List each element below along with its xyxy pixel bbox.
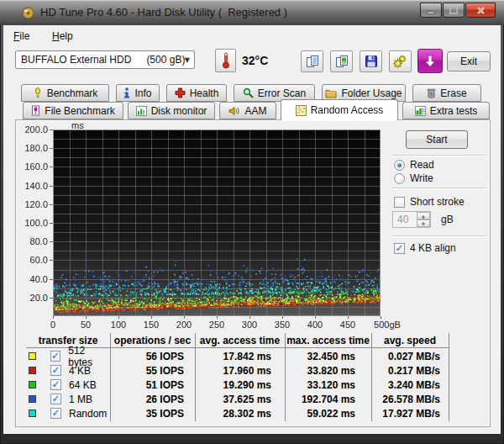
y-tick-mark <box>50 166 53 167</box>
close-icon <box>476 6 486 15</box>
transfer-size-cell: ✓Random <box>26 408 110 420</box>
short-stroke-stepper[interactable]: ▲ ▼ <box>417 212 430 227</box>
short-stroke-unit: gB <box>441 214 454 225</box>
series-checkbox[interactable]: ✓ <box>50 408 61 419</box>
series-checkbox[interactable]: ✓ <box>50 365 61 376</box>
y-tick-label: 20.0 <box>16 293 48 303</box>
max-access-cell: 32.450 ms <box>285 351 371 362</box>
extra-tests-icon <box>415 106 426 116</box>
x-tick-mark <box>381 316 381 319</box>
avg-speed-cell: 0.027 MB/s <box>371 351 449 362</box>
tab-benchmark[interactable]: Benchmark <box>21 84 109 102</box>
copy-image-button[interactable] <box>330 50 353 72</box>
tab-file-benchmark[interactable]: File Benchmark <box>23 102 123 119</box>
ops-cell: 51 IOPS <box>110 379 195 391</box>
avg-access-cell: 17.842 ms <box>195 351 285 362</box>
transfer-size-label: Random <box>69 408 107 420</box>
tab-label: Health <box>190 87 219 99</box>
tab-extra-tests[interactable]: Extra tests <box>402 102 490 119</box>
minimize-button[interactable] <box>420 3 442 18</box>
y-tick-label: 100.0 <box>16 218 48 228</box>
tools-button[interactable] <box>389 50 412 72</box>
y-tick-label: 80.0 <box>16 236 48 246</box>
tab-label: Error Scan <box>258 87 306 99</box>
download-button[interactable] <box>417 49 443 73</box>
read-radio[interactable]: Read <box>394 159 434 171</box>
max-access-cell: 59.022 ms <box>285 408 371 420</box>
tab-health[interactable]: Health <box>166 84 227 102</box>
spin-up-icon[interactable]: ▲ <box>417 212 430 219</box>
tab-label: Extra tests <box>430 105 478 117</box>
write-radio[interactable]: Write <box>394 172 433 184</box>
max-access-cell: 192.704 ms <box>285 394 371 405</box>
tab-label: Info <box>134 87 151 99</box>
close-button[interactable] <box>465 3 496 18</box>
tab-label: Erase <box>440 87 466 99</box>
x-tick-label: 0 <box>34 320 71 330</box>
series-checkbox[interactable]: ✓ <box>50 351 61 362</box>
menu-item-file[interactable]: File <box>8 29 34 44</box>
x-tick-mark <box>118 316 119 319</box>
maximize-icon <box>449 6 458 14</box>
table-row: ✓1 MB26 IOPS37.625 ms192.704 ms26.578 MB… <box>26 392 449 406</box>
temperature-readout: 32°C <box>242 54 268 67</box>
menu-bar: File Help <box>3 25 501 46</box>
ops-cell: 56 IOPS <box>110 351 195 362</box>
series-checkbox[interactable]: ✓ <box>50 394 61 404</box>
series-color-swatch <box>29 352 36 360</box>
spin-down-icon[interactable]: ▼ <box>417 219 430 227</box>
copy-text-icon <box>306 55 319 68</box>
avg-access-cell: 37.625 ms <box>195 394 285 405</box>
x-tick-mark <box>86 316 87 319</box>
x-tick-label: 300 <box>231 320 268 330</box>
start-button[interactable]: Start <box>406 130 468 149</box>
maximize-button[interactable] <box>443 3 465 18</box>
y-tick-mark <box>50 186 53 187</box>
tab-disk-monitor[interactable]: Disk monitor <box>128 102 215 119</box>
disk-monitor-icon <box>136 106 147 116</box>
short-stroke-checkbox[interactable]: Short stroke <box>394 196 465 208</box>
exit-button[interactable]: Exit <box>447 51 491 71</box>
tab-info[interactable]: Info <box>116 84 160 102</box>
tab-label: Benchmark <box>47 87 98 99</box>
series-checkbox[interactable]: ✓ <box>50 379 61 390</box>
x-tick-mark <box>53 316 54 319</box>
checkbox-checked-icon: ✓ <box>394 243 405 254</box>
y-tick-mark <box>50 148 53 149</box>
tab-aam[interactable]: AAM <box>219 102 276 119</box>
write-label: Write <box>410 172 433 184</box>
table-row: ✓512 bytes56 IOPS17.842 ms32.450 ms0.027… <box>26 349 449 363</box>
magnifier-icon <box>243 87 254 98</box>
drive-capacity: (500 gB) <box>146 54 185 66</box>
y-tick-mark <box>50 130 53 130</box>
save-button[interactable] <box>360 50 382 72</box>
thermometer-icon <box>222 52 230 69</box>
avg-access-cell: 19.290 ms <box>195 379 285 391</box>
align-checkbox[interactable]: ✓ 4 KB align <box>394 242 456 254</box>
x-tick-label: 250 <box>198 320 235 330</box>
x-tick-mark <box>282 316 283 319</box>
app-window: HD Tune Pro 4.60 - Hard Disk Utility ( R… <box>0 0 504 444</box>
temperature-button[interactable] <box>215 49 236 72</box>
info-icon <box>123 87 130 98</box>
transfer-size-label: 4 KB <box>69 365 91 377</box>
menu-item-help[interactable]: Help <box>47 29 78 44</box>
copy-image-icon <box>335 55 349 68</box>
y-tick-label: 60.0 <box>16 255 48 265</box>
speaker-icon <box>228 106 240 116</box>
tab-erase[interactable]: Erase <box>412 84 481 102</box>
copy-text-button[interactable] <box>301 50 323 72</box>
avg-speed-cell: 3.240 MB/s <box>371 379 449 391</box>
series-color-swatch <box>29 381 36 388</box>
y-tick-mark <box>50 223 53 224</box>
tab-random-access[interactable]: Random Access <box>281 99 398 120</box>
y-tick-mark <box>50 204 53 205</box>
x-tick-mark <box>315 316 316 319</box>
short-stroke-label: Short stroke <box>410 196 465 208</box>
drive-selector[interactable]: BUFFALO External HDD (500 gB) ▼ <box>15 50 195 69</box>
tab-label: Random Access <box>311 104 384 116</box>
transfer-size-cell: ✓64 KB <box>26 379 110 391</box>
title-bar[interactable]: HD Tune Pro 4.60 - Hard Disk Utility ( R… <box>0 0 504 25</box>
tab-label: File Benchmark <box>45 105 114 117</box>
avg-access-cell: 17.960 ms <box>195 365 285 377</box>
